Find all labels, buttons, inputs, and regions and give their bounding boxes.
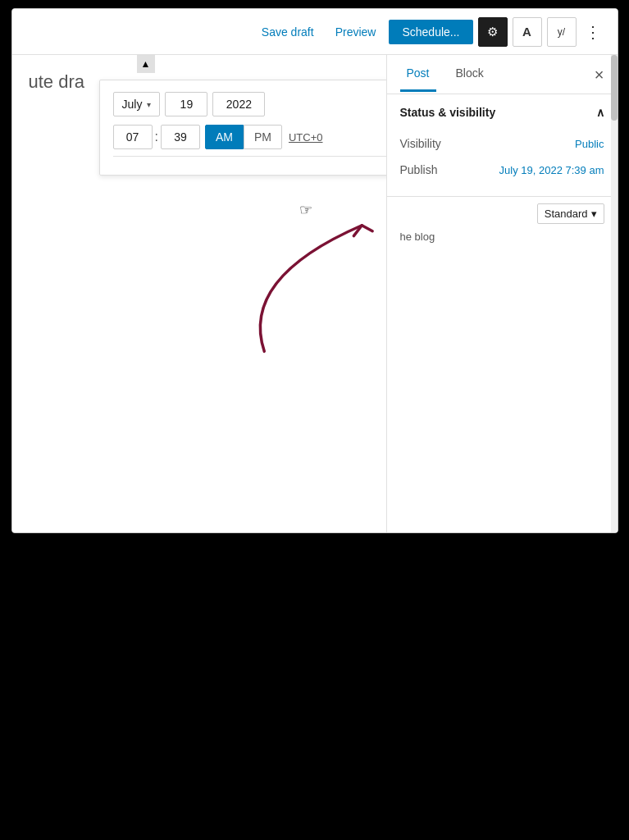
month-select[interactable]: July ▾ <box>113 92 161 116</box>
chevron-down-icon: ▾ <box>591 208 597 220</box>
settings-icon-button[interactable]: ⚙ <box>478 17 508 47</box>
am-button[interactable]: AM <box>205 125 244 149</box>
sidebar-panel: Post Block × Status & visibility ∧ Visib… <box>386 55 618 533</box>
screenshot-container: Save draft Preview Schedule... ⚙ A y/ ⋮ … <box>11 8 618 533</box>
preview-button[interactable]: Preview <box>327 21 385 43</box>
hour-input[interactable] <box>113 125 153 149</box>
sidebar-tabs: Post Block × <box>387 55 618 94</box>
astra-icon-button[interactable]: A <box>513 17 542 47</box>
publish-value[interactable]: July 19, 2022 7:39 am <box>499 164 604 176</box>
scrollbar-thumb[interactable] <box>611 55 618 121</box>
utc-label[interactable]: UTC+0 <box>289 131 323 144</box>
divider <box>113 156 386 157</box>
close-button[interactable]: × <box>595 66 604 83</box>
year-input[interactable] <box>212 92 265 116</box>
visibility-label: Visibility <box>400 137 441 150</box>
datetime-time-row: : AM PM UTC+0 <box>113 125 386 149</box>
publish-row: Publish July 19, 2022 7:39 am <box>400 157 604 183</box>
sidebar-content: Status & visibility ∧ Visibility Public … <box>387 94 618 533</box>
minute-input[interactable] <box>161 125 200 149</box>
pm-button[interactable]: PM <box>244 125 282 149</box>
y-icon: y/ <box>558 26 565 38</box>
tab-block[interactable]: Block <box>449 57 490 92</box>
editor-text-partial: ute dra <box>29 71 85 92</box>
month-value: July <box>122 98 143 111</box>
main-area: ute dra ▲ July ▾ : <box>12 55 618 533</box>
section-body: Visibility Public Publish July 19, 2022 … <box>387 130 618 196</box>
panel-extra: Standard ▾ he blog <box>387 197 618 249</box>
standard-select[interactable]: Standard ▾ <box>537 203 604 224</box>
visibility-row: Visibility Public <box>400 130 604 157</box>
visibility-value[interactable]: Public <box>575 138 604 150</box>
more-options-button[interactable]: ⋮ <box>581 22 604 42</box>
cursor-hand-icon: ☞ <box>299 201 312 219</box>
schedule-button[interactable]: Schedule... <box>389 20 472 44</box>
status-visibility-section: Status & visibility ∧ Visibility Public … <box>387 94 618 197</box>
chevron-down-icon: ▾ <box>147 100 151 109</box>
time-separator: : <box>155 130 158 144</box>
scrollbar-track <box>611 55 618 533</box>
section-title: Status & visibility <box>400 106 496 119</box>
blog-text: he blog <box>400 231 604 243</box>
day-input[interactable] <box>165 92 207 116</box>
yoast-icon-button[interactable]: y/ <box>547 17 577 47</box>
datetime-picker: July ▾ : AM PM UTC+0 <box>99 80 386 176</box>
publish-label: Publish <box>400 163 438 176</box>
scroll-up-button[interactable]: ▲ <box>137 55 155 73</box>
save-draft-button[interactable]: Save draft <box>253 21 322 43</box>
toolbar: Save draft Preview Schedule... ⚙ A y/ ⋮ <box>12 9 618 55</box>
a-icon: A <box>522 25 531 39</box>
section-header[interactable]: Status & visibility ∧ <box>387 94 618 130</box>
gear-icon: ⚙ <box>487 25 498 39</box>
datetime-date-row: July ▾ <box>113 92 386 116</box>
editor-area: ute dra ▲ July ▾ : <box>12 55 386 533</box>
standard-label: Standard <box>545 208 588 220</box>
tab-post[interactable]: Post <box>400 57 436 92</box>
collapse-icon: ∧ <box>596 106 604 119</box>
ampm-group: AM PM <box>205 125 282 149</box>
dots-icon: ⋮ <box>585 23 601 41</box>
